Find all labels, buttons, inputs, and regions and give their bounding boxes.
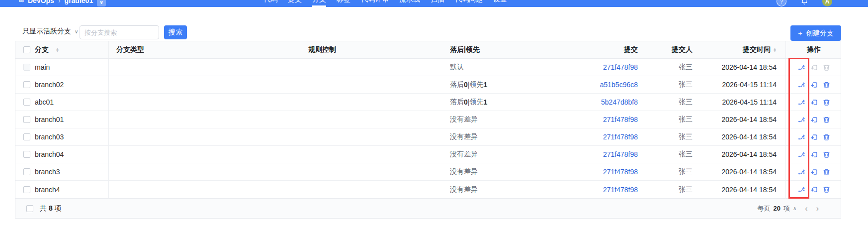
cell-rule-control <box>308 146 450 163</box>
compare-button[interactable] <box>798 168 805 176</box>
page-size-selector[interactable]: 每页20项 ∧ <box>758 204 797 213</box>
compare-icon <box>798 133 805 141</box>
cell-actions <box>785 94 842 111</box>
compare-button[interactable] <box>798 99 805 106</box>
delete-button[interactable] <box>823 99 830 106</box>
delete-button[interactable] <box>823 116 830 123</box>
table-body: main默认271f478f98张三2026-04-14 18:54branch… <box>15 59 841 198</box>
bell-icon[interactable] <box>799 0 809 6</box>
branch-filter-label: 只显示活跃分支 <box>22 27 71 36</box>
commit-time: 2026-04-14 18:54 <box>721 63 777 71</box>
delete-button[interactable] <box>823 133 830 141</box>
commit-link[interactable]: 271f478f98 <box>603 150 638 158</box>
branch-name: branch3 <box>35 168 60 176</box>
delete-button[interactable] <box>823 168 830 176</box>
committer-name: 张三 <box>679 115 693 124</box>
branch-name: main <box>35 63 50 71</box>
project-name[interactable]: gradle01 <box>65 0 93 4</box>
navbar-right: ? A <box>777 0 832 6</box>
create-merge-request-button[interactable] <box>810 151 818 158</box>
cell-rule-control <box>308 128 450 145</box>
row-checkbox[interactable] <box>23 116 30 123</box>
row-checkbox[interactable] <box>23 99 30 106</box>
commit-time-sort-icon[interactable]: ▲▼ <box>773 47 777 52</box>
delete-button[interactable] <box>823 81 830 89</box>
delete-icon <box>823 133 830 141</box>
create-merge-request-icon <box>810 168 818 176</box>
committer-name: 张三 <box>679 132 693 141</box>
row-checkbox[interactable] <box>23 151 30 158</box>
commit-link[interactable]: 271f478f98 <box>603 168 638 176</box>
delete-icon <box>823 64 830 71</box>
cell-behind-ahead: 没有差异 <box>450 181 588 198</box>
branch-sort-icon[interactable]: ▲▼ <box>56 47 59 52</box>
cell-behind-ahead: 默认 <box>450 59 588 76</box>
delete-button[interactable] <box>823 151 830 158</box>
prev-page-button[interactable]: ‹ <box>805 205 807 213</box>
table-row: main默认271f478f98张三2026-04-14 18:54 <box>15 59 841 76</box>
row-checkbox <box>23 64 30 71</box>
create-merge-request-button[interactable] <box>810 133 818 141</box>
compare-button[interactable] <box>798 133 805 141</box>
footer-select-checkbox[interactable] <box>26 205 33 212</box>
nav-tab-commits[interactable]: 提交 <box>288 0 302 7</box>
compare-button[interactable] <box>798 186 805 193</box>
breadcrumb: ∞ DevOps › gradle01 ∨ <box>19 0 106 4</box>
nav-tab-pipeline[interactable]: 流水线 <box>399 0 420 7</box>
compare-button[interactable] <box>798 64 805 71</box>
project-chevron-down-icon[interactable]: ∨ <box>97 0 106 6</box>
branch-name: abc01 <box>35 98 54 106</box>
compare-icon <box>798 168 805 176</box>
compare-button[interactable] <box>798 81 805 89</box>
commit-link[interactable]: 271f478f98 <box>603 116 638 123</box>
commit-link[interactable]: 5b247d8bf8 <box>601 98 638 106</box>
compare-button[interactable] <box>798 151 805 158</box>
create-merge-request-button[interactable] <box>810 116 818 123</box>
nav-tab-code-issues[interactable]: 代码问题 <box>455 0 483 7</box>
chevron-up-icon: ∧ <box>793 206 796 211</box>
cell-branch-type <box>109 128 308 145</box>
compare-button[interactable] <box>798 116 805 123</box>
commit-link[interactable]: 271f478f98 <box>603 63 638 71</box>
cell-branch-type <box>109 59 308 76</box>
commit-link[interactable]: a51b5c96c8 <box>600 81 638 89</box>
branch-search-input[interactable] <box>80 25 159 39</box>
create-merge-request-button[interactable] <box>810 168 818 176</box>
search-button[interactable]: 搜索 <box>164 25 187 39</box>
cell-behind-ahead: 没有差异 <box>450 163 588 180</box>
commit-link[interactable]: 271f478f98 <box>603 133 638 141</box>
branch-filter-dropdown[interactable]: 只显示活跃分支 ∨ <box>22 27 78 36</box>
nav-tab-code-review[interactable]: 代码评审 <box>361 0 389 7</box>
cell-branch-type <box>109 163 308 180</box>
create-merge-request-button[interactable] <box>810 99 818 106</box>
row-checkbox[interactable] <box>23 186 30 193</box>
nav-tab-scan[interactable]: 扫描 <box>431 0 444 7</box>
create-branch-button[interactable]: + 创建分支 <box>790 25 841 41</box>
delete-button <box>823 64 830 71</box>
select-all-checkbox[interactable] <box>23 46 30 53</box>
create-merge-request-button[interactable] <box>810 81 818 89</box>
nav-tab-branches[interactable]: 分支 <box>312 0 326 7</box>
delete-button[interactable] <box>823 186 830 193</box>
nav-tab-settings[interactable]: 设置 <box>493 0 507 7</box>
commit-time: 2026-04-14 18:54 <box>721 133 777 141</box>
table-footer: 共 8 项 每页20项 ∧ ‹ › <box>15 198 841 218</box>
user-avatar[interactable]: A <box>822 0 832 6</box>
nav-tab-tags[interactable]: 标签 <box>337 0 350 7</box>
row-checkbox[interactable] <box>23 168 30 175</box>
row-checkbox[interactable] <box>23 81 30 88</box>
branch-name: branch01 <box>35 116 64 123</box>
cell-rule-control <box>308 111 450 128</box>
create-merge-request-button[interactable] <box>810 186 818 193</box>
row-checkbox[interactable] <box>23 133 30 140</box>
cell-behind-ahead: 没有差异 <box>450 111 588 128</box>
branch-name: branch04 <box>35 150 64 158</box>
commit-link[interactable]: 271f478f98 <box>603 186 638 194</box>
create-merge-request-button <box>810 64 818 71</box>
compare-icon <box>798 116 805 123</box>
next-page-button[interactable]: › <box>816 205 819 213</box>
create-merge-request-icon <box>810 99 818 106</box>
nav-tab-code[interactable]: 代码 <box>263 0 277 7</box>
diff-text: 默认 <box>450 63 464 72</box>
help-icon[interactable]: ? <box>777 0 786 6</box>
